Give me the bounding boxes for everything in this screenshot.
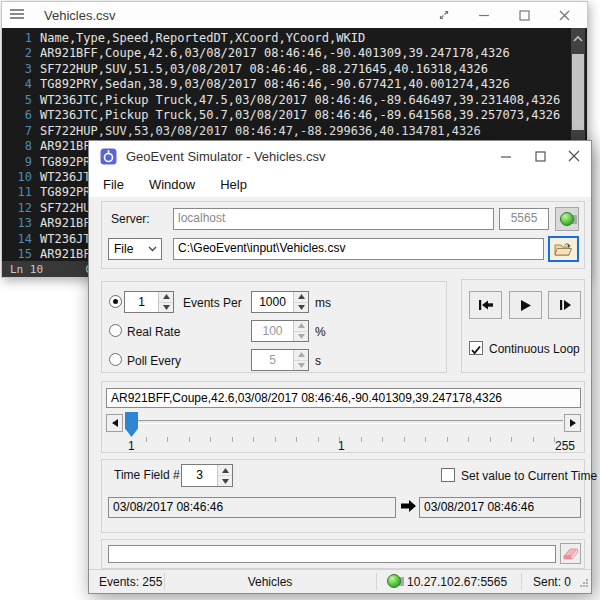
slider-track[interactable] — [125, 420, 563, 424]
events-count-spinner[interactable]: 1 — [124, 291, 174, 313]
continuous-loop-checkbox[interactable] — [469, 341, 483, 355]
resize-grip[interactable] — [579, 577, 589, 591]
menu-file[interactable]: File — [92, 173, 135, 196]
time-from-field: 03/08/2017 08:46:46 — [108, 497, 396, 518]
line-number: 11 — [2, 185, 32, 200]
line-number: 5 — [2, 93, 32, 108]
editor-window-title: Vehicles.csv — [44, 8, 427, 23]
feed-name: Vehicles — [164, 575, 376, 589]
spin-down-icon[interactable] — [159, 302, 173, 313]
code-line: 6WT236JTC,Pickup Truck,50.7,03/08/2017 0… — [2, 108, 587, 123]
chevron-down-icon — [148, 246, 157, 252]
file-path-field[interactable]: C:\GeoEvent\input\Vehicles.csv — [173, 238, 544, 260]
line-text: Name,Type,Speed,ReportedDT,XCoord,YCoord… — [40, 31, 365, 46]
continuous-loop-label: Continuous Loop — [489, 342, 580, 356]
line-number: 2 — [2, 46, 32, 61]
check-icon — [470, 344, 482, 356]
set-current-time-checkbox[interactable] — [441, 468, 455, 482]
code-line: 3SF722HUP,SUV,51.5,03/08/2017 08:46:46,-… — [2, 62, 587, 77]
connection-led-icon — [387, 574, 402, 589]
menu-help[interactable]: Help — [209, 173, 258, 196]
clear-button[interactable] — [560, 543, 581, 564]
line-number: 9 — [2, 155, 32, 170]
line-number: 6 — [2, 108, 32, 123]
spin-up-icon[interactable] — [159, 292, 173, 302]
slider-right-arrow[interactable] — [564, 414, 581, 432]
line-text: SF722HUP,SUV,53,03/08/2017 08:46:47,-88.… — [40, 124, 481, 139]
server-host-field[interactable]: localhost — [173, 208, 494, 230]
set-current-time-label: Set value to Current Time — [461, 469, 597, 483]
hamburger-icon[interactable] — [2, 6, 32, 24]
connect-button[interactable] — [555, 207, 579, 231]
sent-count: Sent: 0 — [533, 575, 571, 589]
maximize-button[interactable] — [507, 4, 541, 26]
time-field-spinner[interactable]: 3 — [181, 464, 233, 487]
minimize-button[interactable] — [467, 4, 501, 26]
play-icon — [519, 299, 532, 312]
line-number: 15 — [2, 247, 32, 261]
slider-left-arrow[interactable] — [106, 414, 123, 432]
window-title: GeoEvent Simulator - Vehicles.csv — [126, 149, 489, 164]
interval-spinner[interactable]: 1000 — [251, 291, 309, 313]
close-button[interactable] — [547, 4, 581, 26]
app-icon — [100, 148, 117, 165]
code-line: 5WT236JTC,Pickup Truck,47.5,03/08/2017 0… — [2, 93, 587, 108]
line-number: 3 — [2, 62, 32, 77]
menu-window[interactable]: Window — [138, 173, 206, 196]
scroll-up-icon[interactable] — [573, 32, 583, 40]
editor-titlebar: Vehicles.csv — [2, 2, 587, 28]
events-per-radio[interactable] — [109, 295, 122, 308]
slider-ticks — [146, 437, 566, 442]
line-text: AR921BFF,Coupe,42.6,03/08/2017 08:46:46,… — [40, 46, 510, 61]
server-address: 10.27.102.67:5565 — [407, 575, 507, 589]
code-line: 4TG892PRY,Sedan,38.9,03/08/2017 08:46:46… — [2, 77, 587, 92]
current-event-field[interactable]: AR921BFF,Coupe,42.6,03/08/2017 08:46:46,… — [106, 388, 581, 408]
line-number: 10 — [2, 170, 32, 185]
line-text: WT236JTC,Pickup Truck,47.5,03/08/2017 08… — [40, 93, 560, 108]
code-line: 2AR921BFF,Coupe,42.6,03/08/2017 08:46:46… — [2, 46, 587, 61]
message-field — [108, 545, 556, 563]
poll-unit-label: s — [315, 354, 321, 368]
step-forward-icon — [558, 299, 572, 311]
real-rate-label: Real Rate — [127, 325, 180, 339]
skip-to-start-button[interactable] — [469, 291, 502, 319]
simulator-content: Server: localhost 5565 File C:\GeoEvent\… — [89, 197, 591, 569]
close-button[interactable] — [557, 143, 591, 169]
simulator-statusbar: Events: 255 Vehicles 10.27.102.67:5565 S… — [89, 569, 591, 593]
events-per-label: Events Per — [183, 296, 242, 310]
poll-every-radio[interactable] — [109, 353, 122, 366]
expand-icon[interactable] — [427, 4, 461, 26]
line-indicator: Ln 10 — [10, 263, 43, 276]
open-folder-icon — [554, 242, 573, 257]
code-line: 7SF722HUP,SUV,53,03/08/2017 08:46:47,-88… — [2, 124, 587, 139]
skip-to-start-icon — [478, 299, 494, 311]
menubar: File Window Help — [89, 171, 591, 197]
time-to-field: 03/08/2017 08:46:46 — [419, 497, 581, 518]
poll-every-label: Poll Every — [127, 354, 181, 368]
line-number: 7 — [2, 124, 32, 139]
line-number: 1 — [2, 31, 32, 46]
browse-file-button[interactable] — [548, 236, 579, 262]
line-number: 12 — [2, 201, 32, 216]
geoevent-simulator-window: GeoEvent Simulator - Vehicles.csv File W… — [88, 140, 592, 594]
interval-unit-label: ms — [315, 296, 331, 310]
server-port-field[interactable]: 5565 — [499, 208, 549, 230]
line-text: WT236JTC,Pickup Truck,50.7,03/08/2017 08… — [40, 108, 560, 123]
source-type-dropdown[interactable]: File — [108, 238, 162, 260]
line-text: SF722HUP,SUV,51.5,03/08/2017 08:46:46,-8… — [40, 62, 488, 77]
maximize-button[interactable] — [523, 143, 557, 169]
slider-max-label: 255 — [555, 439, 575, 453]
eraser-icon — [563, 547, 579, 560]
time-field-label: Time Field # — [114, 468, 180, 482]
step-forward-button[interactable] — [548, 291, 581, 319]
real-rate-radio[interactable] — [109, 324, 122, 337]
line-number: 8 — [2, 139, 32, 154]
events-count: Events: 255 — [99, 575, 162, 589]
minimize-button[interactable] — [489, 143, 523, 169]
simulator-titlebar: GeoEvent Simulator - Vehicles.csv — [89, 141, 591, 171]
line-number: 14 — [2, 232, 32, 247]
code-line: 1Name,Type,Speed,ReportedDT,XCoord,YCoor… — [2, 31, 587, 46]
play-button[interactable] — [509, 291, 542, 319]
scrollbar-thumb[interactable] — [572, 54, 584, 130]
source-type-value: File — [114, 242, 148, 256]
